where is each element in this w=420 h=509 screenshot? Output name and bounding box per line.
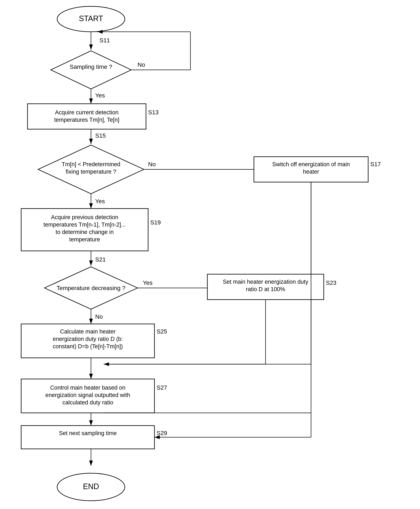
calc-line1: Calculate main heater [60, 328, 116, 335]
calc-line3: constant) D=b (Te[n]-Tm[n]) [53, 343, 123, 349]
set100-line2: ratio D at 100% [246, 286, 285, 292]
temp-decreasing-label: Temperature decreasing ? [57, 285, 125, 291]
s27-label: S27 [157, 384, 167, 391]
s29-label: S29 [157, 430, 167, 436]
s23-label: S23 [326, 280, 337, 286]
yes1-label: Yes [95, 92, 105, 99]
svg-rect-10 [28, 104, 146, 129]
acquire-temps-line1: Acquire current detection [55, 109, 119, 116]
s17-label: S17 [370, 161, 381, 167]
s25-label: S25 [157, 328, 167, 335]
flowchart-container: START S11 Sampling time ? No Yes Acquire… [0, 0, 420, 509]
s21-label: S21 [95, 256, 106, 263]
tm-less-line2: fixing temperature ? [66, 168, 116, 175]
switch-off-line1: Switch off energization of main [272, 161, 350, 167]
no1-label: No [137, 61, 145, 68]
switch-off-line2: heater [303, 168, 319, 175]
s13-label: S13 [148, 109, 159, 116]
no3-label: No [95, 313, 103, 320]
acquire-prev-line3: to determine change in [56, 229, 114, 235]
set100-line1: Set main heater energization duty [223, 279, 308, 285]
yes2-label: Yes [95, 198, 105, 205]
control-line3: calculated duty ratio [62, 399, 113, 406]
sampling-time-label: Sampling time ? [70, 63, 112, 70]
s15-label: S15 [95, 132, 106, 139]
acquire-temps-line2: temperatures Tm[n], Te[n] [54, 117, 119, 123]
acquire-prev-line2: temperatures Tm[n-1], Tm[n-2]... [43, 221, 126, 228]
acquire-prev-line1: Acquire previous detection [51, 214, 118, 220]
set-next-label: Set next sampling time [59, 430, 117, 436]
control-line1: Control main heater based on [50, 385, 126, 391]
calc-line2: energization duty ratio D (b: [53, 336, 123, 342]
start-label: START [79, 14, 103, 23]
s11-label: S11 [99, 37, 110, 44]
s19-label: S19 [150, 219, 161, 226]
end-label: END [83, 482, 99, 491]
acquire-prev-line4: temperature [69, 236, 100, 243]
control-line2: energization signal outputted with [45, 392, 130, 398]
yes3-label: Yes [143, 280, 153, 286]
tm-less-line1: Tm[n] < Predetermined [62, 161, 120, 167]
no2-label: No [148, 161, 156, 167]
svg-rect-32 [21, 425, 154, 449]
